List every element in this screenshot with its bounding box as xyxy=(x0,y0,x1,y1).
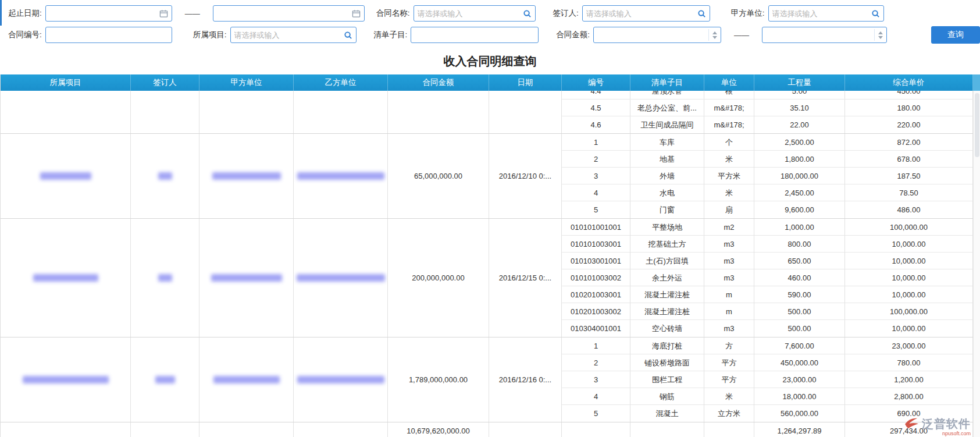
detail-row: 010103001001土(石)方回填m3650.0010,000.00 xyxy=(562,253,973,269)
scrollbar-corner xyxy=(973,74,980,91)
detail-cell-item: 空心砖墙 xyxy=(630,320,704,337)
master-cell-party-a xyxy=(199,91,294,133)
detail-cell-item: 混凝土 xyxy=(630,405,704,422)
party-a-field[interactable] xyxy=(772,9,869,18)
detail-cell-no: 010201003002 xyxy=(562,303,630,320)
detail-row: 010101003001挖基础土方m3800.0010,000.00 xyxy=(562,236,973,253)
search-icon[interactable] xyxy=(344,31,352,40)
scrollbar-thumb[interactable] xyxy=(975,93,979,157)
spinner-up-icon[interactable] xyxy=(878,31,883,34)
project-input[interactable] xyxy=(230,27,357,43)
detail-rows: 1海底打桩方7,600.0023,000.002铺设桥墩路面平方450,000.… xyxy=(562,337,973,422)
detail-cell-no: 010201003001 xyxy=(562,286,630,303)
number-spinner[interactable] xyxy=(708,29,717,41)
party-a-input[interactable] xyxy=(768,5,884,22)
label-amount: 合同金额: xyxy=(556,30,590,40)
start-date-field[interactable] xyxy=(49,9,157,18)
list-item-input[interactable] xyxy=(411,27,539,43)
total-cell-date xyxy=(489,422,562,437)
detail-cell-price: 450.00 xyxy=(845,91,973,100)
detail-cell-price: 220.00 xyxy=(845,116,973,133)
detail-cell-no: 010101001001 xyxy=(562,219,630,236)
detail-cell-no: 3 xyxy=(562,371,630,388)
detail-row: 1车库个2,500.00872.00 xyxy=(562,134,973,151)
search-icon[interactable] xyxy=(871,9,880,18)
detail-cell-qty: 1,800.00 xyxy=(754,151,845,168)
amount-min-input[interactable] xyxy=(593,27,721,43)
master-cell-amount: 1,789,000,000.00 xyxy=(388,337,489,422)
search-icon[interactable] xyxy=(523,9,532,18)
search-icon[interactable] xyxy=(697,9,706,18)
total-cell-no xyxy=(562,422,630,437)
detail-cell-unit: m xyxy=(704,303,754,320)
detail-cell-item: 老总办公室、前... xyxy=(630,100,704,116)
master-cell-party-a xyxy=(199,219,294,337)
start-date-input[interactable] xyxy=(45,5,172,22)
detail-cell-item: 车库 xyxy=(630,134,704,151)
calendar-icon[interactable] xyxy=(352,9,361,18)
detail-cell-item: 水电 xyxy=(630,184,704,201)
detail-cell-price: 780.00 xyxy=(845,354,973,371)
detail-cell-price: 23,000.00 xyxy=(845,337,973,354)
end-date-field[interactable] xyxy=(217,9,350,18)
contract-no-input[interactable] xyxy=(45,27,172,43)
detail-row: 3围栏工程平方23,000.001,200.00 xyxy=(562,371,973,388)
query-button[interactable]: 查询 xyxy=(931,26,980,44)
detail-cell-item: 屋顶水管 xyxy=(630,91,704,100)
contract-name-field[interactable] xyxy=(418,9,521,18)
detail-cell-qty: 800.00 xyxy=(754,236,845,253)
detail-cell-qty: 2,450.00 xyxy=(754,184,845,201)
spinner-down-icon[interactable] xyxy=(712,36,717,39)
label-contract-no: 合同编号: xyxy=(8,30,42,40)
detail-cell-qty: 9,600.00 xyxy=(754,201,845,218)
vertical-scrollbar[interactable] xyxy=(973,91,980,437)
amount-max-field[interactable] xyxy=(766,31,871,40)
detail-cell-unit: 米 xyxy=(704,151,754,168)
contract-name-input[interactable] xyxy=(414,5,536,22)
label-signer: 签订人: xyxy=(553,8,579,19)
master-cell-amount xyxy=(388,91,489,133)
spinner-down-icon[interactable] xyxy=(878,36,883,39)
detail-cell-price: 486.00 xyxy=(845,201,973,218)
detail-cell-unit: 平方 xyxy=(704,354,754,371)
contract-no-field[interactable] xyxy=(49,31,168,40)
signer-field[interactable] xyxy=(586,9,695,18)
detail-row: 5门窗扇9,600.00486.00 xyxy=(562,201,973,218)
number-spinner[interactable] xyxy=(874,29,883,41)
detail-cell-item: 卫生间成品隔间 xyxy=(630,116,704,133)
detail-cell-item: 混凝土灌注桩 xyxy=(630,286,704,303)
label-list-item: 清单子目: xyxy=(374,30,408,40)
detail-cell-unit: m3 xyxy=(704,269,754,286)
detail-cell-price: 2,800.00 xyxy=(845,388,973,405)
end-date-input[interactable] xyxy=(213,5,365,22)
list-item-field[interactable] xyxy=(415,31,534,40)
spinner-up-icon[interactable] xyxy=(712,31,717,34)
detail-cell-unit: 个 xyxy=(704,134,754,151)
redacted-party-b xyxy=(297,274,385,282)
detail-cell-no: 010101003002 xyxy=(562,269,630,286)
signer-input[interactable] xyxy=(582,5,710,22)
detail-cell-price: 100,000.00 xyxy=(845,303,973,320)
calendar-icon[interactable] xyxy=(159,9,168,18)
amount-max-input[interactable] xyxy=(762,27,887,43)
redacted-party-a xyxy=(213,376,280,383)
detail-cell-qty: 23,000.00 xyxy=(754,371,845,388)
col-header-party-b: 乙方单位 xyxy=(294,74,388,91)
detail-cell-no: 4.6 xyxy=(562,116,630,133)
col-header-list-item: 清单子目 xyxy=(630,74,704,91)
detail-row: 010201003002混凝土灌注桩m500.00100,000.00 xyxy=(562,303,973,320)
detail-cell-price: 10,000.00 xyxy=(845,236,973,253)
table-body: 4.4屋顶水管根5.00450.004.5老总办公室、前...m&#178;35… xyxy=(1,91,980,437)
detail-cell-price: 10,000.00 xyxy=(845,253,973,269)
master-cell-party-b xyxy=(294,134,388,218)
detail-cell-item: 地基 xyxy=(630,151,704,168)
detail-cell-item: 铺设桥墩路面 xyxy=(630,354,704,371)
project-field[interactable] xyxy=(234,31,341,40)
detail-cell-qty: 5.00 xyxy=(754,91,845,100)
amount-min-field[interactable] xyxy=(597,31,705,40)
results-table: 所属项目 签订人 甲方单位 乙方单位 合同金额 日期 编号 清单子目 单位 工程… xyxy=(0,74,980,437)
redacted-signer xyxy=(158,274,172,282)
master-cell-party-a xyxy=(199,337,294,422)
redacted-project xyxy=(33,274,98,282)
col-header-project: 所属项目 xyxy=(1,74,131,91)
